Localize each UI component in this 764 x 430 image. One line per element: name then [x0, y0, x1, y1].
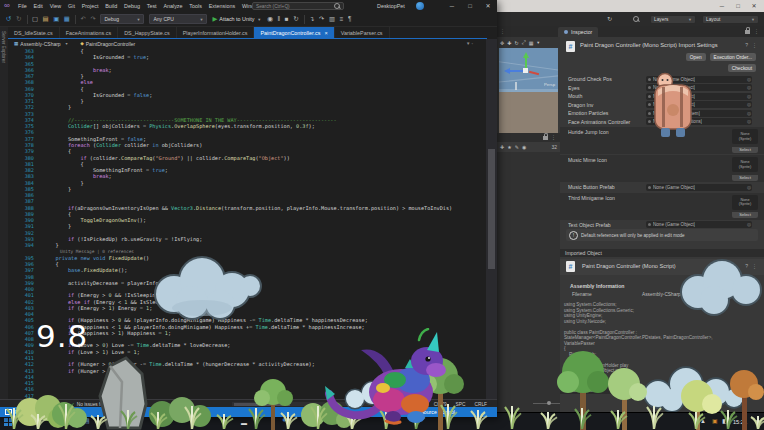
- object-picker-icon[interactable]: ◎: [747, 185, 751, 190]
- gizmo-center-handle[interactable]: [523, 68, 528, 73]
- open-folder-icon[interactable]: ▤: [43, 14, 49, 24]
- menu-extensions[interactable]: Extensions: [205, 3, 238, 9]
- pause-icon[interactable]: ‖: [278, 14, 281, 24]
- project-panel[interactable]: [497, 152, 560, 412]
- lock-icon[interactable]: [745, 30, 750, 34]
- menu-project[interactable]: Project: [78, 3, 102, 9]
- code-line[interactable]: 388 if(aDragonsOwnInventoryIsOpen && Vec…: [8, 205, 486, 211]
- navigate-back-icon[interactable]: ↺: [6, 14, 11, 24]
- menu-edit[interactable]: Edit: [30, 3, 46, 9]
- breadcrumb-project[interactable]: Assembly-CSharp: [20, 41, 60, 47]
- unity-maximize-button[interactable]: □: [730, 0, 746, 12]
- sprite-slot[interactable]: None(Sprite): [732, 195, 758, 210]
- undo-icon[interactable]: ↶: [80, 14, 85, 24]
- paint-dragon-sprite[interactable]: [323, 328, 453, 428]
- backpack-pet-sprite[interactable]: [650, 72, 696, 142]
- stop-icon[interactable]: ■: [285, 14, 289, 24]
- select-button[interactable]: Select: [732, 175, 758, 181]
- save-icon[interactable]: ▣: [53, 14, 59, 24]
- edit-icon[interactable]: ✎: [515, 144, 519, 150]
- unity-minimize-button[interactable]: ─: [714, 0, 730, 12]
- panel-menu-icon[interactable]: ⋮: [754, 28, 759, 34]
- lock-icon[interactable]: [543, 136, 548, 140]
- platform-dropdown[interactable]: Any CPU▼: [149, 14, 207, 24]
- layout-dropdown[interactable]: Layout▼: [702, 15, 759, 24]
- object-picker-icon[interactable]: ◎: [747, 222, 751, 227]
- scale-tool-icon[interactable]: ⤢: [522, 39, 526, 46]
- menu-debug[interactable]: Debug: [121, 3, 144, 9]
- sprite-slot[interactable]: None(Sprite): [732, 157, 758, 172]
- unity-titlebar[interactable]: ─ □ ✕: [497, 0, 764, 12]
- menu-view[interactable]: View: [46, 3, 64, 9]
- vs-maximize-button[interactable]: □: [461, 0, 479, 12]
- tab-faceanimations-cs[interactable]: FaceAnimations.cs: [60, 27, 119, 38]
- select-button[interactable]: Select: [732, 212, 758, 218]
- account-avatar[interactable]: [416, 2, 424, 10]
- rotate-tool-icon[interactable]: ↻: [514, 40, 518, 46]
- more-tools-icon[interactable]: ▼: [536, 40, 540, 45]
- step-over-icon[interactable]: ↷: [319, 14, 324, 24]
- rect-tool-icon[interactable]: ▦: [529, 40, 534, 46]
- hand-tool-icon[interactable]: ✥: [500, 40, 504, 46]
- tab-paintdragoncontroller-cs[interactable]: PaintDragonController.cs×: [254, 27, 334, 38]
- collab-icon[interactable]: ↻: [607, 15, 612, 22]
- select-button[interactable]: Select: [732, 147, 758, 153]
- object-picker-icon[interactable]: ◎: [747, 119, 751, 124]
- find-in-files-icon[interactable]: ▥: [329, 14, 335, 24]
- hot-reload-icon[interactable]: ◉: [267, 14, 273, 24]
- panel-menu-icon[interactable]: ⋮: [551, 134, 556, 140]
- vs-minimize-button[interactable]: ─: [443, 0, 461, 12]
- editor-scrollbar[interactable]: [486, 39, 497, 399]
- open-button[interactable]: Open: [686, 53, 706, 61]
- favorites-icon[interactable]: ★: [507, 144, 511, 150]
- close-tab-icon[interactable]: ×: [324, 30, 327, 36]
- new-file-icon[interactable]: ▢: [32, 14, 38, 24]
- comment-icon[interactable]: ≡: [340, 14, 344, 24]
- save-all-icon[interactable]: ▦: [64, 14, 70, 24]
- create-icon[interactable]: ✚: [500, 144, 504, 150]
- breadcrumb-type[interactable]: PaintDragonController: [86, 41, 135, 47]
- navigate-forward-icon[interactable]: ↻: [16, 14, 21, 24]
- tab-ds-idlestate-cs[interactable]: DS_IdleState.cs: [8, 27, 60, 38]
- menu-tools[interactable]: Tools: [186, 3, 205, 9]
- layers-dropdown[interactable]: Layers▼: [650, 15, 696, 24]
- scrollbar-thumb[interactable]: [488, 149, 495, 269]
- help-icon[interactable]: ?: [745, 42, 748, 48]
- object-field[interactable]: None (Game Object)◎: [646, 221, 752, 228]
- line-ending[interactable]: CRLF: [474, 402, 487, 407]
- search-box[interactable]: Search (Ctrl+Q): [252, 2, 344, 10]
- execution-order-button[interactable]: Execution Order...: [710, 53, 756, 61]
- tab-ds-happystate-cs[interactable]: DS_HappyState.cs: [118, 27, 177, 38]
- search-icon[interactable]: [633, 16, 639, 22]
- object-field[interactable]: None (Game Object)◎: [646, 184, 752, 191]
- menu-build[interactable]: Build: [102, 3, 121, 9]
- configuration-dropdown[interactable]: Debug▼: [100, 14, 144, 24]
- panel-drag-handle[interactable]: ⋮: [500, 28, 505, 34]
- move-tool-icon[interactable]: ✚: [507, 40, 511, 46]
- tab-variableparser-cs[interactable]: VariableParser.cs: [335, 27, 390, 38]
- attach-to-unity-button[interactable]: ▶ Attach to Unity ▼: [212, 15, 261, 23]
- menu-test[interactable]: Test: [143, 3, 160, 9]
- unity-close-button[interactable]: ✕: [746, 0, 762, 12]
- tab-inspector[interactable]: Inspector: [558, 27, 598, 37]
- object-picker-icon[interactable]: ◎: [747, 111, 751, 116]
- redo-icon[interactable]: ↷: [90, 14, 95, 24]
- gizmo-z-axis[interactable]: [529, 71, 539, 75]
- vs-close-button[interactable]: ✕: [479, 0, 497, 12]
- menu-file[interactable]: File: [15, 3, 30, 9]
- scene-view[interactable]: Persp: [499, 48, 558, 133]
- menu-analyze[interactable]: Analyze: [160, 3, 186, 9]
- uncomment-icon[interactable]: ¶: [348, 14, 351, 24]
- step-into-icon[interactable]: ↴: [309, 14, 314, 24]
- gizmo-x-axis[interactable]: [509, 70, 523, 72]
- object-picker-icon[interactable]: ◎: [747, 102, 751, 107]
- sprite-slot[interactable]: None(Sprite): [732, 129, 758, 144]
- menu-git[interactable]: Git: [65, 3, 79, 9]
- context-menu-icon[interactable]: ⋮: [752, 42, 757, 48]
- object-picker-icon[interactable]: ◎: [747, 77, 751, 82]
- restart-icon[interactable]: ↻: [293, 14, 298, 24]
- object-picker-icon[interactable]: ◎: [747, 94, 751, 99]
- info-icon[interactable]: ◉: [522, 144, 526, 150]
- object-picker-icon[interactable]: ◎: [747, 85, 751, 90]
- checkout-button[interactable]: Checkout: [728, 64, 756, 72]
